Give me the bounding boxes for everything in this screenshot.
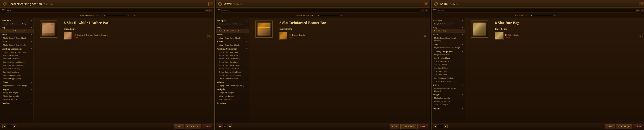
craft-all-button[interactable]: Craft All (0)	[400, 124, 416, 129]
recipe-item[interactable]: Mighty Chain Gauntlets (Simple)	[216, 84, 249, 87]
search-input[interactable]	[6, 8, 204, 13]
category-gloves[interactable]: Gloves▼	[432, 83, 465, 87]
category-gloves[interactable]: Gloves▼	[0, 80, 34, 84]
filter-icon[interactable]	[217, 9, 220, 12]
category-backpack[interactable]: Backpack▼	[0, 18, 34, 22]
recipe-item[interactable]: Bronze Chain Boot Panel	[216, 54, 249, 57]
recipe-item[interactable]: Mighty Seeker's Coat (Simple)	[0, 43, 34, 47]
recipe-item[interactable]: Bronze Chain Glove Lining	[216, 64, 249, 67]
panel-close-button[interactable]: ✕	[208, 2, 213, 6]
category-gloves[interactable]: Gloves▼	[216, 80, 249, 84]
recipe-item[interactable]: Jute Tunic Panel	[432, 73, 465, 76]
filter-icon[interactable]	[2, 9, 5, 12]
recipe-item[interactable]: Simple Leatherworker's Backpack	[0, 22, 34, 25]
category-leggings[interactable]: Leggings▼	[0, 101, 34, 105]
category-leggings[interactable]: Leggings▼	[216, 101, 249, 105]
craft-button[interactable]: Craft	[174, 124, 184, 129]
recipe-item[interactable]: Bronze Chain Chest Panel	[216, 60, 249, 64]
category-bag[interactable]: Bag▼	[432, 25, 465, 29]
category-coats[interactable]: Coats▼	[432, 42, 465, 46]
recipe-item[interactable]: Jute Breeches Lining	[432, 56, 465, 60]
recipe-item[interactable]: Mighty Seeker's Boots (Simple)	[0, 36, 34, 40]
recipe-item[interactable]: Vital Jute Insignia	[432, 103, 465, 106]
close-action-button[interactable]: Close	[633, 124, 643, 129]
recipe-item[interactable]: Simple Armorsmith's Tools	[216, 77, 249, 80]
category-bag[interactable]: Bag▼	[0, 25, 34, 29]
recipe-item[interactable]: Bronze Chain Boot Lining	[216, 51, 249, 54]
recipe-item[interactable]: Simple Tailor's Tools	[432, 53, 465, 56]
recipe-item[interactable]: Bronze Chain Glove Panel	[216, 67, 249, 70]
recipe-item[interactable]: Rawhide Legging Strap	[0, 77, 34, 80]
recipe-item[interactable]: Mighty Jute Insignia	[432, 100, 465, 103]
category-crafting-component[interactable]: Crafting Component▼	[0, 47, 34, 51]
recipe-item[interactable]: Vital Jute Insignia	[216, 98, 249, 101]
recipe-item[interactable]: Mighty Chain Coat (Simple)	[216, 43, 249, 47]
category-coats[interactable]: Coats▼	[0, 40, 34, 43]
category-crafting-component[interactable]: Crafting Component▼	[216, 47, 249, 51]
recipe-item[interactable]: Mighty Seeker's Gloves (Simple)	[0, 84, 34, 87]
quantity-increase-button[interactable]: ►	[228, 125, 232, 128]
magnify-button[interactable]	[423, 34, 427, 38]
recipe-item[interactable]: Simple Leatherworker's Tools	[0, 51, 34, 54]
search-icon[interactable]	[636, 9, 640, 12]
search-icon[interactable]	[205, 9, 209, 12]
recipe-item[interactable]: Bronze Chain Legging Lining	[216, 70, 249, 74]
category-backpack[interactable]: Backpack▼	[432, 18, 465, 22]
recipe-item[interactable]: Mighty Jute Insignia	[0, 95, 34, 98]
category-insignia[interactable]: Insignia▼	[216, 87, 249, 91]
recipe-item[interactable]: Mighty Jute Insignia	[216, 95, 249, 98]
recipe-item[interactable]: Bronze Chain Chest Padding	[216, 57, 249, 60]
recipe-item[interactable]: Jute Wristguard Padding	[432, 76, 465, 80]
category-crafting-component[interactable]: Crafting Component▼	[432, 49, 465, 53]
category-backpack[interactable]: Backpack▼	[216, 18, 249, 22]
craft-all-button[interactable]: Craft All (0)	[185, 124, 201, 129]
close-action-button[interactable]: Close	[418, 124, 428, 129]
recipe-item[interactable]: Simple Tailor's Backpack	[432, 22, 465, 25]
recipe-item[interactable]: Jute Sandal Sole	[432, 63, 465, 66]
search-icon[interactable]	[421, 9, 424, 12]
recipe-item[interactable]: Rawhide Boot Upper	[0, 57, 34, 60]
recipe-item[interactable]: Rawhide Legging Panel	[0, 74, 34, 77]
recipe-item[interactable]: Simple Armorsmith's Backpack	[216, 22, 249, 25]
category-leggings[interactable]: Leggings▼	[432, 106, 465, 110]
quantity-decrease-button[interactable]: ◄	[434, 125, 437, 128]
clear-icon[interactable]	[210, 9, 213, 12]
panel-close-button[interactable]: ✕	[640, 2, 644, 6]
clear-icon[interactable]	[425, 9, 428, 12]
recipe-item[interactable]: 8 Slot Reinforced Bronze Box	[216, 29, 249, 32]
quantity-decrease-button[interactable]: ◄	[218, 125, 222, 128]
recipe-item[interactable]: Malign Jute Insignia	[216, 91, 249, 94]
search-input[interactable]	[437, 8, 636, 13]
panel-close-button[interactable]: ✕	[424, 2, 428, 6]
recipe-item[interactable]: Mighty Embroidered Coat (Simple)	[432, 46, 465, 49]
category-boots[interactable]: Boots▼	[216, 33, 249, 36]
filter-icon[interactable]	[433, 9, 436, 12]
recipe-item[interactable]: Jute Tunic Lining	[432, 70, 465, 73]
quantity-increase-button[interactable]: ►	[13, 125, 16, 128]
category-bag[interactable]: Bag▼	[216, 25, 249, 29]
recipe-item[interactable]: Rawhide Chestguard Panel	[0, 64, 34, 67]
magnify-button[interactable]	[638, 34, 643, 38]
category-insignia[interactable]: Insignia▼	[0, 87, 34, 91]
recipe-item[interactable]: Rawhide Glove Strap	[0, 70, 34, 74]
recipe-item[interactable]: Mighty Chain Shoes (Simple)	[216, 36, 249, 40]
craft-all-button[interactable]: Craft All (0)	[616, 124, 632, 129]
recipe-item[interactable]: Jute Wristguard Strap	[432, 80, 465, 83]
recipe-item[interactable]: Jute Breeches Panel	[432, 60, 465, 63]
category-boots[interactable]: Boots▼	[0, 33, 34, 36]
clear-icon[interactable]	[640, 9, 644, 12]
recipe-item[interactable]: Mighty Embroidered Gloves (Simple)	[432, 87, 465, 93]
recipe-item[interactable]: Jute Sandal Upper	[432, 66, 465, 70]
recipe-item[interactable]: Bronze Chain Leggings Panel	[216, 74, 249, 77]
category-insignia[interactable]: Insignia▼	[432, 93, 465, 96]
quantity-decrease-button[interactable]: ◄	[2, 125, 6, 128]
recipe-item[interactable]: 8 Slot Jute Bag	[432, 29, 465, 32]
close-action-button[interactable]: Close	[202, 124, 212, 129]
magnify-button[interactable]	[207, 34, 212, 38]
search-input[interactable]	[222, 8, 420, 13]
craft-button[interactable]: Craft	[605, 124, 615, 129]
recipe-item[interactable]: Vital Jute Insignia	[0, 98, 34, 101]
recipe-item[interactable]: Rawhide Glove Lining	[0, 67, 34, 70]
craft-button[interactable]: Craft	[390, 124, 399, 129]
category-boots[interactable]: Boots▼	[432, 33, 465, 36]
